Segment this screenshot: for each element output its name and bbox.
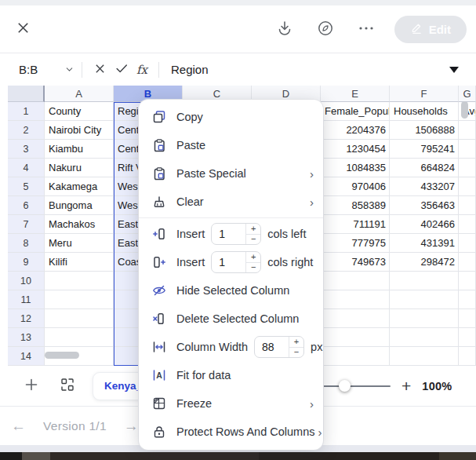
- row-header-7[interactable]: 7: [8, 215, 45, 234]
- download-button[interactable]: [272, 16, 297, 43]
- col-header-G[interactable]: G: [459, 86, 476, 102]
- cell-F2[interactable]: 1506888: [390, 121, 459, 140]
- cell-F9[interactable]: 298472: [390, 253, 459, 272]
- cell-A13[interactable]: [45, 328, 114, 347]
- insert-cols-right-increment-button[interactable]: +: [246, 252, 260, 263]
- confirm-entry-button[interactable]: [111, 60, 133, 79]
- cell-G5[interactable]: [459, 177, 476, 196]
- select-all-corner[interactable]: [8, 86, 45, 102]
- menu-item-fit-for-data[interactable]: AFit for data: [139, 361, 323, 389]
- menu-item-paste-special[interactable]: Paste Special›: [139, 159, 323, 188]
- cell-A8[interactable]: Meru: [45, 234, 114, 253]
- cell-E7[interactable]: 711191: [321, 215, 390, 234]
- menu-item-hide-column[interactable]: Hide Selected Column: [139, 276, 323, 305]
- copilot-button[interactable]: [313, 16, 338, 43]
- vertical-scrollbar-thumb[interactable]: [461, 101, 468, 119]
- insert-cols-right-stepper[interactable]: 1+−: [211, 251, 261, 273]
- cell-A4[interactable]: Nakuru: [45, 159, 114, 177]
- row-header-10[interactable]: 10: [8, 272, 45, 290]
- cell-E12[interactable]: [321, 309, 390, 328]
- cancel-entry-button[interactable]: [89, 60, 111, 79]
- cell-A7[interactable]: Machakos: [45, 215, 114, 234]
- cell-G8[interactable]: [459, 234, 476, 253]
- add-sheet-button[interactable]: [20, 374, 42, 398]
- insert-cols-right-decrement-button[interactable]: −: [246, 263, 260, 273]
- cell-E3[interactable]: 1230454: [321, 140, 390, 159]
- insert-function-button[interactable]: fx: [133, 61, 151, 78]
- cell-G6[interactable]: [459, 196, 476, 215]
- row-header-4[interactable]: 4: [8, 159, 45, 177]
- cell-F1[interactable]: Households: [390, 102, 459, 121]
- cell-F13[interactable]: [390, 328, 459, 347]
- insert-cols-left-stepper[interactable]: 1+−: [211, 223, 261, 245]
- cell-E4[interactable]: 1084835: [321, 159, 390, 177]
- row-header-1[interactable]: 1: [8, 102, 45, 121]
- cell-F5[interactable]: 433207: [390, 177, 459, 196]
- cell-A12[interactable]: [45, 309, 114, 328]
- menu-item-paste[interactable]: Paste: [139, 131, 323, 159]
- cell-E1[interactable]: Female_Population: [321, 102, 390, 121]
- menu-item-insert-cols-right[interactable]: Insert1+−cols right: [139, 248, 323, 276]
- cell-G14[interactable]: [459, 347, 476, 366]
- cell-E6[interactable]: 858389: [321, 196, 390, 215]
- cell-F6[interactable]: 356463: [390, 196, 459, 215]
- menu-item-column-width[interactable]: Column Width88+−px: [139, 333, 323, 361]
- cell-E10[interactable]: [321, 272, 390, 290]
- col-header-F[interactable]: F: [390, 86, 459, 102]
- menu-item-copy[interactable]: Copy: [139, 103, 323, 131]
- menu-item-protect[interactable]: Protect Rows And Columns›: [139, 418, 323, 446]
- insert-cols-left-decrement-button[interactable]: −: [246, 235, 260, 245]
- cell-G3[interactable]: [459, 140, 476, 159]
- name-box-chevron-icon[interactable]: [64, 64, 74, 75]
- zoom-slider-knob[interactable]: [339, 380, 351, 392]
- cell-A2[interactable]: Nairobi City: [45, 121, 114, 140]
- cell-G2[interactable]: [459, 121, 476, 140]
- row-header-11[interactable]: 11: [8, 290, 45, 309]
- close-button[interactable]: [13, 17, 34, 41]
- formula-input[interactable]: Region: [171, 63, 449, 76]
- row-header-3[interactable]: 3: [8, 140, 45, 159]
- insert-cols-left-increment-button[interactable]: +: [246, 224, 260, 235]
- cell-G7[interactable]: [459, 215, 476, 234]
- row-header-6[interactable]: 6: [8, 196, 45, 215]
- menu-item-delete-column[interactable]: Delete Selected Column: [139, 305, 323, 333]
- menu-item-clear[interactable]: Clear›: [139, 188, 323, 216]
- edit-button[interactable]: Edit: [394, 16, 467, 43]
- cell-F11[interactable]: [390, 290, 459, 309]
- cell-F4[interactable]: 664824: [390, 159, 459, 177]
- column-width-stepper[interactable]: 88+−: [254, 336, 304, 358]
- cell-E11[interactable]: [321, 290, 390, 309]
- row-header-5[interactable]: 5: [8, 177, 45, 196]
- all-sheets-button[interactable]: [56, 374, 78, 398]
- column-width-value-input[interactable]: 88: [255, 337, 289, 357]
- cell-F3[interactable]: 795241: [390, 140, 459, 159]
- cell-F10[interactable]: [390, 272, 459, 290]
- cell-E8[interactable]: 777975: [321, 234, 390, 253]
- insert-cols-left-value-input[interactable]: 1: [212, 224, 245, 244]
- menu-item-insert-cols-left[interactable]: Insert1+−cols left: [139, 220, 323, 248]
- version-previous-button[interactable]: ←: [11, 418, 26, 433]
- column-width-increment-button[interactable]: +: [289, 337, 303, 348]
- menu-item-freeze[interactable]: Freeze›: [139, 389, 323, 418]
- row-header-8[interactable]: 8: [8, 234, 45, 253]
- cell-G4[interactable]: [459, 159, 476, 177]
- more-options-button[interactable]: [354, 16, 379, 43]
- row-header-13[interactable]: 13: [8, 328, 45, 347]
- cell-F12[interactable]: [390, 309, 459, 328]
- name-box[interactable]: B:B: [19, 63, 60, 76]
- row-header-12[interactable]: 12: [8, 309, 45, 328]
- cell-A10[interactable]: [45, 272, 114, 290]
- cell-A6[interactable]: Bungoma: [45, 196, 114, 215]
- column-width-decrement-button[interactable]: −: [289, 348, 303, 358]
- cell-E14[interactable]: [321, 347, 390, 366]
- cell-E9[interactable]: 749673: [321, 253, 390, 272]
- cell-A9[interactable]: Kilifi: [45, 253, 114, 272]
- cell-E13[interactable]: [321, 328, 390, 347]
- formula-bar-expand-icon[interactable]: [449, 67, 459, 73]
- cell-F7[interactable]: 402466: [390, 215, 459, 234]
- cell-F8[interactable]: 431391: [390, 234, 459, 253]
- row-header-2[interactable]: 2: [8, 121, 45, 140]
- cell-G12[interactable]: [459, 309, 476, 328]
- row-header-14[interactable]: 14: [8, 347, 45, 366]
- zoom-in-button[interactable]: +: [402, 378, 411, 394]
